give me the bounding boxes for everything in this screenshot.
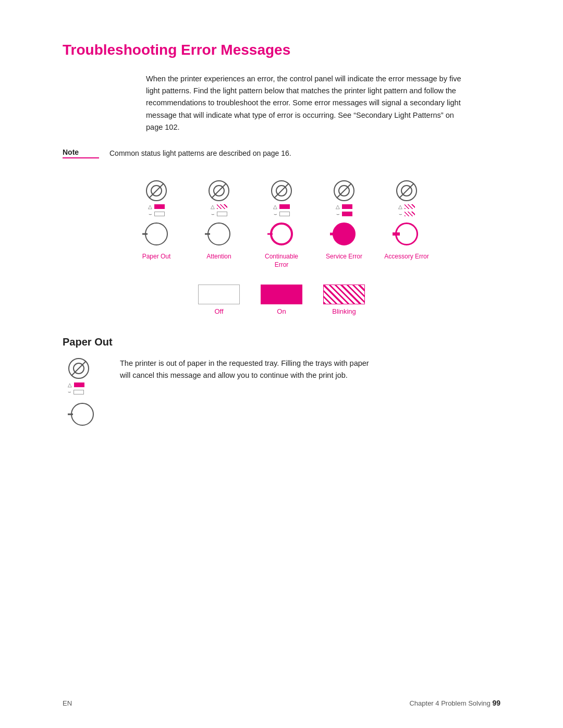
legend-blinking: Blinking	[323, 285, 365, 315]
legend-box-on	[261, 285, 302, 304]
light-off-3	[279, 212, 290, 216]
light-blink-5b	[405, 212, 415, 216]
light-off-2	[217, 212, 227, 216]
big-circle-4	[333, 223, 356, 245]
paper-out-printer-icon	[68, 357, 90, 379]
diagram-accessory: △ ⌣ Accessory Error	[383, 180, 430, 269]
paper-out-light-2: ⌣	[68, 388, 84, 396]
light-row-1b: △	[211, 203, 227, 211]
light-row-2: ⌣	[149, 211, 165, 218]
crescent-icon: ⌣	[149, 211, 152, 217]
light-off	[154, 212, 165, 216]
paper-out-diagram: △ ⌣	[63, 357, 104, 428]
legend-box-blinking	[323, 285, 365, 304]
page-title: Troubleshooting Error Messages	[63, 42, 500, 58]
paper-out-light-1: △	[68, 381, 84, 388]
big-circle-wrap-5	[393, 220, 421, 249]
light-solid-4	[342, 204, 352, 209]
light-row-1: △	[148, 203, 165, 211]
paper-out-stem	[68, 413, 73, 415]
circle-stem-5	[393, 232, 400, 236]
big-circle-wrap	[142, 220, 171, 249]
big-circle-2	[207, 223, 230, 245]
diagram-label-accessory: Accessory Error	[384, 253, 429, 261]
paper-out-triangle: △	[68, 382, 72, 388]
legend-section: Off On Blinking	[63, 285, 500, 315]
light-row-2e: ⌣	[399, 211, 415, 218]
diagram-service: △ ⌣ Service Error	[321, 180, 368, 269]
big-circle-3	[270, 223, 293, 245]
circle-stem	[142, 233, 148, 235]
footer-page-number: 99	[492, 699, 500, 707]
paper-out-light-solid	[74, 382, 84, 387]
printer-cancel-icon-5	[396, 180, 418, 202]
legend-label-off: Off	[214, 307, 223, 315]
diagram-label-continuable: Continuable Error	[258, 253, 305, 269]
paper-out-section: △ ⌣ The printer is out of paper in the r…	[63, 357, 500, 428]
footer: EN Chapter 4 Problem Solving 99	[63, 699, 500, 707]
circle-stem-3	[267, 233, 273, 235]
diagram-attention: △ ⌣ Attention	[195, 180, 242, 269]
paper-out-title: Paper Out	[63, 336, 500, 348]
crescent-icon-2: ⌣	[211, 211, 215, 217]
light-row-1d: △	[336, 203, 352, 211]
footer-chapter: Chapter 4 Problem Solving 99	[409, 699, 500, 707]
note-label: Note	[63, 148, 99, 158]
light-solid-4b	[342, 212, 352, 216]
light-solid-3	[279, 204, 290, 209]
paper-out-text: The printer is out of paper in the reque…	[120, 357, 381, 381]
diagram-label-service: Service Error	[326, 253, 362, 261]
light-row-2b: ⌣	[211, 211, 227, 218]
diagram-continuable: △ ⌣ Continuable Error	[258, 180, 305, 269]
light-row-1e: △	[398, 203, 415, 211]
diagrams-section: △ ⌣ Paper Out △	[63, 180, 500, 269]
diagram-paper-out: △ ⌣ Paper Out	[133, 180, 180, 269]
circle-stem-4	[330, 233, 336, 236]
light-blink	[217, 204, 227, 209]
diagram-label-attention: Attention	[206, 253, 231, 261]
diagram-label-paper-out: Paper Out	[142, 253, 171, 261]
light-blink-5	[405, 204, 415, 209]
legend-on: On	[261, 285, 302, 315]
legend-off: Off	[198, 285, 240, 315]
light-row-2c: ⌣	[274, 211, 290, 218]
printer-cancel-icon	[145, 180, 167, 202]
big-circle-wrap-4	[330, 220, 359, 249]
note-text: Common status light patterns are describ…	[109, 148, 291, 159]
crescent-icon-3: ⌣	[274, 211, 277, 217]
intro-paragraph: When the printer experiences an error, t…	[146, 73, 469, 133]
triangle-icon-5: △	[398, 204, 402, 209]
footer-language: EN	[63, 699, 72, 707]
crescent-icon-5: ⌣	[399, 211, 402, 217]
triangle-icon-4: △	[336, 204, 340, 209]
big-circle-wrap-2	[205, 220, 234, 249]
printer-cancel-icon-4	[333, 180, 355, 202]
circle-stem-2	[205, 233, 210, 235]
triangle-icon-2: △	[211, 204, 215, 209]
big-circle	[145, 223, 168, 245]
big-circle-wrap-3	[267, 220, 296, 249]
footer-chapter-text: Chapter 4 Problem Solving	[409, 699, 490, 707]
legend-label-on: On	[277, 307, 286, 315]
crescent-icon-4: ⌣	[336, 211, 340, 217]
legend-label-blinking: Blinking	[332, 307, 356, 315]
printer-cancel-icon-3	[271, 180, 292, 202]
printer-cancel-icon-2	[208, 180, 230, 202]
light-row-1c: △	[273, 203, 290, 211]
light-solid	[154, 204, 165, 209]
paper-out-crescent: ⌣	[68, 389, 71, 395]
light-row-2d: ⌣	[336, 211, 352, 218]
note-row: Note Common status light patterns are de…	[63, 148, 500, 159]
paper-out-circle-wrap	[68, 400, 96, 428]
paper-out-light-off	[74, 390, 84, 394]
legend-box-off	[198, 285, 240, 304]
triangle-icon-3: △	[273, 204, 277, 209]
paper-out-circle	[71, 403, 94, 426]
triangle-icon: △	[148, 204, 152, 209]
